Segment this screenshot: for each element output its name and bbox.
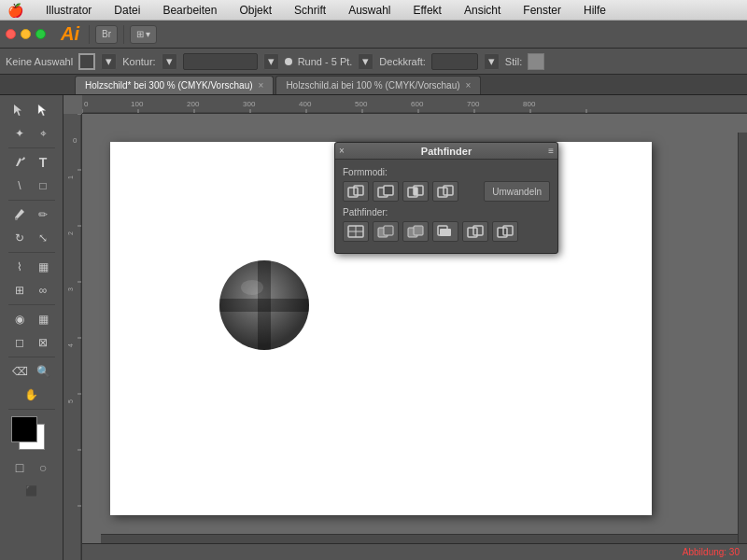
crop-btn[interactable] [432,221,458,242]
trim-btn[interactable] [373,221,399,242]
svg-point-0 [15,217,18,220]
blend-tool[interactable]: ∞ [32,279,54,301]
tab-holzschild-300[interactable]: Holzschild* bei 300 % (CMYK/Vorschau) × [75,76,274,94]
app-logo: Ai [61,23,79,45]
tool-row-warp: ⌇ ▦ [8,256,54,278]
kontur-width-input[interactable] [183,53,258,70]
fill-options-btn[interactable]: ▾ [101,53,117,70]
apple-menu[interactable]: 🍎 [7,3,23,18]
tab-holzschild-100[interactable]: Holzschild.ai bei 100 % (CMYK/Vorschau) … [275,76,481,94]
svg-rect-49 [414,188,417,195]
kontur-options-btn[interactable]: ▾ [162,53,177,70]
merge-btn[interactable] [402,221,429,242]
minus-back-btn[interactable] [492,221,518,242]
arrange-button[interactable]: ⊞ ▾ [130,25,157,44]
opacity-input[interactable]: 100% [431,53,478,70]
pathfinder-close-btn[interactable]: × [339,146,345,156]
tool-row-modes: □ ○ [8,456,54,479]
svg-text:200: 200 [187,100,200,108]
magic-wand-tool[interactable]: ✦ [8,122,31,145]
tab-close-2[interactable]: × [466,80,472,91]
pathfinder-buttons [343,221,550,242]
warp-tool[interactable]: ⌇ [8,256,31,278]
pathfinder-titlebar: × Pathfinder ≡ [335,143,557,160]
line-tool[interactable]: \ [8,175,31,197]
eraser-tool[interactable]: ⌫ [8,360,31,383]
stroke-style-dropdown[interactable]: ▾ [358,53,374,70]
foreground-color-swatch[interactable] [11,416,37,442]
umwandeln-btn[interactable]: Umwandeln [484,181,550,202]
selection-tool[interactable] [8,99,31,121]
minimize-window-btn[interactable] [21,29,31,39]
menu-bearbeiten[interactable]: Bearbeiten [159,3,220,18]
hand-tool[interactable]: ✋ [21,384,43,406]
ruler-vertical: 0 1 2 3 4 5 [63,114,82,560]
fill-swatch[interactable] [78,53,95,70]
direct-selection-tool[interactable] [32,99,54,121]
close-window-btn[interactable] [6,29,16,39]
menu-objekt[interactable]: Objekt [235,3,275,18]
eyedropper-tool[interactable]: ◉ [8,308,31,330]
menu-fenster[interactable]: Fenster [519,3,565,18]
screen-mode-btn[interactable]: ⬛ [21,480,43,502]
slice-tool[interactable]: ⊠ [32,331,54,354]
menu-auswahl[interactable]: Auswahl [345,3,394,18]
unite-btn[interactable] [343,181,369,202]
horizontal-scrollbar[interactable] [101,534,747,543]
exclude-btn[interactable] [432,181,458,202]
tool-row-artboard: ◻ ⊠ [8,331,54,354]
graph-tool[interactable]: ▦ [32,308,54,330]
arrange-icon: ⊞ [136,29,144,39]
divide-btn[interactable] [343,221,369,242]
tool-row-screen: ⬛ [21,480,43,502]
svg-text:800: 800 [523,100,536,108]
svg-text:600: 600 [411,100,424,108]
fill-mode-btn[interactable]: □ [8,456,31,479]
maximize-window-btn[interactable] [35,29,46,39]
tab-close-1[interactable]: × [259,80,264,91]
svg-text:400: 400 [299,100,312,108]
tool-row-mesh: ⊞ ∞ [8,279,54,301]
arrange-arrow: ▾ [146,29,150,39]
gradient-tool[interactable]: ▦ [32,256,54,278]
intersect-btn[interactable] [402,181,429,202]
pathfinder-menu-btn[interactable]: ≡ [548,146,554,156]
crosshair-circle-shape[interactable] [213,254,316,357]
lasso-tool[interactable]: ⌖ [32,122,54,145]
br-button[interactable]: Br [95,25,118,44]
artboard-tool[interactable]: ◻ [8,331,31,354]
color-swatches [11,416,52,452]
pathfinder-section-label: Pathfinder: [343,207,550,217]
scale-tool[interactable]: ⤡ [32,227,54,249]
type-tool[interactable]: T [32,151,54,174]
menu-ansicht[interactable]: Ansicht [460,3,504,18]
tool-sep-3 [8,252,55,253]
svg-text:4: 4 [67,343,74,347]
vertical-scrollbar[interactable] [738,133,747,543]
menu-illustrator[interactable]: Illustrator [42,3,95,18]
menu-schrift[interactable]: Schrift [290,3,330,18]
rotate-tool[interactable]: ↻ [8,227,31,249]
svg-rect-56 [384,226,393,235]
tool-sep-1 [8,147,55,148]
opacity-dropdown[interactable]: ▾ [484,53,500,70]
svg-rect-58 [414,226,423,235]
menu-effekt[interactable]: Effekt [409,3,444,18]
stroke-mode-btn[interactable]: ○ [32,456,54,479]
zoom-tool[interactable]: 🔍 [32,360,54,383]
menu-hilfe[interactable]: Hilfe [580,3,610,18]
mesh-tool[interactable]: ⊞ [8,279,31,301]
paintbrush-tool[interactable] [8,203,31,226]
tool-row-select [8,99,54,121]
svg-point-42 [241,280,263,295]
menu-datei[interactable]: Datei [110,3,144,18]
pencil-tool[interactable]: ✏ [32,203,54,226]
tool-row-pen: T [8,151,54,174]
pathfinder-title: Pathfinder [421,146,472,157]
outline-btn[interactable] [462,221,488,242]
kontur-width-dropdown[interactable]: ▾ [263,53,279,70]
pen-tool[interactable] [8,151,31,174]
minus-front-btn[interactable] [373,181,399,202]
rectangle-tool[interactable]: □ [32,175,54,197]
stil-swatch[interactable] [528,53,544,70]
